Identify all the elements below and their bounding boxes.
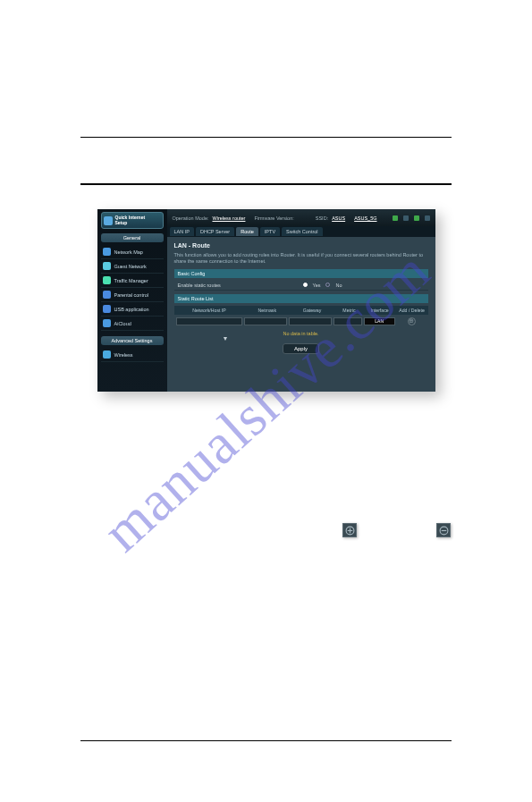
sidebar-item-label: Guest Network xyxy=(114,264,147,269)
sidebar-item-aicloud[interactable]: AiCloud xyxy=(101,317,164,331)
th-metric: Metric xyxy=(334,308,363,313)
sidebar-header-advanced: Advanced Settings xyxy=(101,336,164,345)
topbar-status-icons xyxy=(393,215,430,221)
operation-mode-label: Operation Mode: xyxy=(173,215,209,221)
sidebar-item-label: Wireless xyxy=(114,352,133,358)
router-topbar: Operation Mode: Wireless router Firmware… xyxy=(167,209,435,226)
static-route-list-header: Static Route List xyxy=(174,294,428,303)
router-sidebar: Quick Internet Setup General Network Map… xyxy=(97,209,167,392)
cloud-icon xyxy=(103,319,111,327)
network-host-ip-input[interactable] xyxy=(176,317,242,325)
sidebar-header-general: General xyxy=(101,233,164,242)
sidebar-item-guest-network[interactable]: Guest Network xyxy=(101,259,164,274)
operation-mode-value[interactable]: Wireless router xyxy=(212,215,245,221)
network-map-icon xyxy=(103,248,111,256)
status-icon xyxy=(403,215,409,221)
ssid-value-2: ASUS_5G xyxy=(354,215,376,221)
th-netmask: Netmask xyxy=(245,308,290,313)
sidebar-item-wireless[interactable]: Wireless xyxy=(101,348,164,362)
quick-internet-setup-button[interactable]: Quick Internet Setup xyxy=(101,212,164,229)
qis-label: Quick Internet Setup xyxy=(115,215,146,225)
tab-iptv[interactable]: IPTV xyxy=(260,227,280,236)
th-network-host-ip: Network/Host IP xyxy=(174,308,245,313)
route-input-row: LAN ⊕ xyxy=(174,315,428,327)
status-icon xyxy=(393,215,398,221)
sidebar-item-traffic-manager[interactable]: Traffic Manager xyxy=(101,274,164,288)
content-tabs: LAN IP DHCP Server Route IPTV Switch Con… xyxy=(167,226,435,237)
ssid-value-1: ASUS xyxy=(332,215,345,221)
route-table-header: Network/Host IP Netmask Gateway Metric I… xyxy=(174,306,428,315)
router-content: LAN - Route This function allows you to … xyxy=(167,237,435,392)
sidebar-item-parental-control[interactable]: Parental control xyxy=(101,288,164,302)
radio-no[interactable] xyxy=(325,283,330,287)
sidebar-item-usb-application[interactable]: USB application xyxy=(101,302,164,317)
tab-route[interactable]: Route xyxy=(236,227,258,236)
radio-no-label: No xyxy=(335,283,342,288)
sidebar-item-network-map[interactable]: Network Map xyxy=(101,245,164,259)
ssid-label: SSID: xyxy=(316,215,328,221)
router-screenshot: Quick Internet Setup General Network Map… xyxy=(97,209,435,392)
lock-icon xyxy=(103,291,111,299)
page-title: LAN - Route xyxy=(174,242,428,249)
divider-bottom xyxy=(80,740,452,741)
tab-switch-control[interactable]: Switch Control xyxy=(282,227,322,236)
guest-network-icon xyxy=(103,262,111,270)
sidebar-item-label: Parental control xyxy=(114,292,149,298)
page-description: This function allows you to add routing … xyxy=(174,252,428,265)
netmask-input[interactable] xyxy=(244,317,287,325)
no-data-message: No data in table. xyxy=(174,331,428,336)
wireless-icon xyxy=(103,350,111,359)
divider-top xyxy=(80,137,452,138)
firmware-label: Firmware Version: xyxy=(254,215,293,221)
tab-dhcp-server[interactable]: DHCP Server xyxy=(196,227,234,236)
enable-static-routes-row: Enable static routes Yes No xyxy=(174,280,428,291)
sidebar-item-label: Traffic Manager xyxy=(114,278,148,283)
usb-icon xyxy=(103,305,111,313)
basic-config-header: Basic Config xyxy=(174,269,428,278)
radio-yes[interactable] xyxy=(303,283,308,287)
th-interface: Interface xyxy=(364,308,396,313)
status-icon xyxy=(425,215,430,221)
document-page: Quick Internet Setup General Network Map… xyxy=(0,0,532,802)
th-add-delete: Add / Delete xyxy=(396,308,428,313)
sidebar-item-label: Network Map xyxy=(114,249,143,255)
radio-yes-label: Yes xyxy=(313,283,321,288)
th-gateway: Gateway xyxy=(290,308,334,313)
add-icon xyxy=(342,523,357,537)
apply-button[interactable]: Apply xyxy=(283,343,319,354)
enable-static-routes-label: Enable static routes xyxy=(174,283,303,288)
divider-mid xyxy=(80,183,452,185)
gateway-input[interactable] xyxy=(289,317,332,325)
sidebar-item-label: USB application xyxy=(114,307,149,312)
qis-icon xyxy=(104,216,113,225)
status-icon xyxy=(414,215,419,221)
interface-select[interactable]: LAN xyxy=(364,317,395,325)
sidebar-item-label: AiCloud xyxy=(114,321,131,326)
metric-input[interactable] xyxy=(334,317,362,325)
tab-lan-ip[interactable]: LAN IP xyxy=(170,227,194,236)
add-route-button[interactable]: ⊕ xyxy=(408,317,416,325)
dropdown-arrow-icon[interactable]: ▼ xyxy=(223,335,229,342)
delete-icon xyxy=(436,523,451,537)
traffic-manager-icon xyxy=(103,276,111,284)
